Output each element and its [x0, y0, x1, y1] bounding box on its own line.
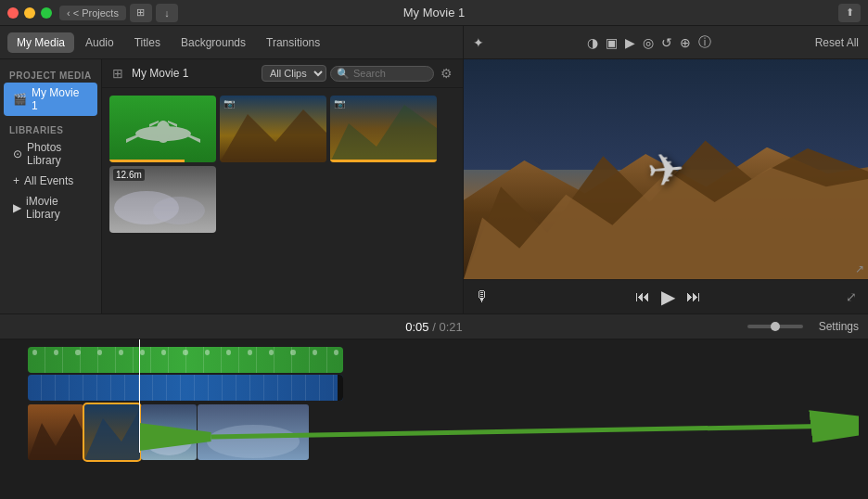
reset-all-button[interactable]: Reset All	[815, 36, 859, 49]
clip-airplane[interactable]	[109, 96, 216, 162]
search-input[interactable]	[353, 68, 428, 79]
tab-backgrounds[interactable]: Backgrounds	[172, 32, 255, 53]
video-track-pattern	[28, 375, 343, 401]
back-label: < Projects	[73, 7, 119, 19]
clip-mountain1[interactable]: 📷	[220, 96, 326, 162]
tab-transitions[interactable]: Transitions	[257, 32, 329, 53]
photos-icon: ⊙	[13, 147, 22, 160]
clip-mountain2[interactable]: 📷	[330, 96, 437, 162]
timeline-clip-cloud1[interactable]	[141, 404, 197, 460]
color-icon[interactable]: ◑	[587, 35, 598, 50]
toolbar-icons: ◑ ▣ ▶ ◎ ↺ ⊕ ⓘ	[587, 34, 711, 51]
preview-controls: 🎙 ⏮ ▶ ⏭ ⤢	[464, 279, 868, 313]
clip-filter: All Clips 🔍 ⚙	[262, 65, 455, 82]
go-to-start-button[interactable]: ⏮	[635, 288, 650, 305]
sidebar-item-my-movie[interactable]: 🎬 My Movie 1	[4, 83, 97, 116]
go-to-end-button[interactable]: ⏭	[686, 288, 701, 305]
media-browser-title: My Movie 1	[132, 67, 188, 80]
sidebar-item-photos-library[interactable]: ⊙ Photos Library	[4, 137, 97, 171]
search-box[interactable]: 🔍	[330, 66, 434, 82]
toolbar: My Media Audio Titles Backgrounds Transi…	[0, 26, 868, 59]
filmstrip-icon-button[interactable]: ⊞	[130, 4, 152, 22]
timecode-current: 0:05	[405, 320, 428, 334]
search-icon: 🔍	[337, 68, 350, 80]
microphone-button[interactable]: 🎙	[475, 288, 490, 305]
tab-titles[interactable]: Titles	[125, 32, 170, 53]
title-text: My Movie 1	[403, 6, 465, 19]
audio-track-dots	[28, 350, 343, 355]
media-header: ⊞ My Movie 1 All Clips 🔍 ⚙	[102, 59, 463, 88]
speed-icon[interactable]: ↺	[661, 35, 672, 50]
playhead	[139, 339, 140, 453]
sidebar-events-label: All Events	[24, 174, 73, 187]
playback-controls: ⏮ ▶ ⏭	[635, 286, 701, 308]
back-button[interactable]: ‹ < Projects	[59, 6, 126, 20]
clip-filter-select[interactable]: All Clips	[262, 65, 326, 82]
fullscreen-preview-button[interactable]: ⤢	[846, 289, 857, 304]
svg-marker-6	[220, 109, 326, 162]
sidebar-item-all-events[interactable]: + All Events	[4, 171, 97, 191]
tab-audio[interactable]: Audio	[76, 32, 123, 53]
grid-toggle-button[interactable]: ⊞	[109, 66, 126, 81]
timecode-display: 0:05 / 0:21	[405, 320, 462, 334]
play-button[interactable]: ▶	[661, 286, 675, 308]
svg-marker-13	[84, 409, 140, 460]
svg-point-1	[156, 121, 171, 143]
toolbar-tabs: My Media Audio Titles Backgrounds Transi…	[0, 26, 464, 58]
fullscreen-button[interactable]	[41, 7, 52, 19]
media-grid: 📷 📷 12.6m	[102, 88, 463, 313]
library-icon: ▶	[13, 201, 21, 214]
sidebar-project-name: My Movie 1	[32, 86, 88, 112]
video-icon[interactable]: ▶	[625, 35, 635, 50]
preview-video: ✈ ↗	[464, 59, 868, 279]
clip-cloud[interactable]: 12.6m	[109, 166, 216, 233]
preview-pane: ✈ ↗ 🎙 ⏮ ▶ ⏭ ⤢	[464, 59, 868, 313]
project-media-label: PROJECT MEDIA	[0, 67, 101, 83]
audio-adj-icon[interactable]: ◎	[643, 35, 654, 50]
sidebar-library-label: iMovie Library	[26, 195, 88, 221]
timeline	[0, 339, 868, 499]
tab-my-media[interactable]: My Media	[7, 32, 74, 53]
settings-button[interactable]: Settings	[819, 320, 859, 333]
toolbar-right: ✦ ◑ ▣ ▶ ◎ ↺ ⊕ ⓘ Reset All	[464, 34, 868, 51]
import-button[interactable]: ↓	[156, 4, 178, 22]
settings-icon-button[interactable]: ⚙	[438, 66, 455, 81]
timeline-clip-extended[interactable]	[198, 404, 309, 460]
timecode-bar: 0:05 / 0:21 Settings	[0, 313, 868, 339]
media-browser: ⊞ My Movie 1 All Clips 🔍 ⚙	[102, 59, 464, 313]
info-icon[interactable]: ⓘ	[698, 34, 711, 51]
timecode-total: 0:21	[439, 320, 462, 334]
svg-point-9	[153, 197, 205, 224]
svg-point-15	[207, 425, 300, 458]
stabilize-icon[interactable]: ⊕	[680, 35, 691, 50]
clip-orange-bar	[330, 160, 437, 162]
svg-point-14	[146, 428, 192, 455]
magic-wand-icon[interactable]: ✦	[473, 35, 484, 50]
minimize-button[interactable]	[24, 7, 35, 19]
video-track[interactable]	[28, 375, 343, 401]
sidebar-item-imovie-library[interactable]: ▶ iMovie Library	[4, 191, 97, 224]
timeline-clip-mountain1[interactable]	[28, 404, 83, 460]
close-button[interactable]	[7, 7, 19, 19]
timeline-clip-mountain2[interactable]	[84, 404, 140, 460]
main-area: PROJECT MEDIA 🎬 My Movie 1 LIBRARIES ⊙ P…	[0, 59, 868, 313]
timeline-content	[28, 347, 840, 460]
volume-thumb	[771, 322, 780, 331]
crop-icon[interactable]: ▣	[606, 35, 618, 50]
audio-track[interactable]	[28, 347, 343, 373]
svg-marker-12	[28, 414, 83, 460]
clip-progress-bar	[109, 160, 185, 162]
sidebar: PROJECT MEDIA 🎬 My Movie 1 LIBRARIES ⊙ P…	[0, 59, 102, 313]
volume-slider[interactable]	[747, 325, 803, 328]
titlebar-nav: ‹ < Projects ⊞ ↓	[59, 4, 178, 22]
traffic-lights	[7, 7, 52, 19]
titlebar: ‹ < Projects ⊞ ↓ My Movie 1 ⬆	[0, 0, 868, 26]
libraries-label: LIBRARIES	[0, 122, 101, 137]
film-icon: 🎬	[13, 93, 27, 106]
lower-clips-row	[28, 404, 840, 460]
events-icon: +	[13, 174, 19, 187]
resize-handle[interactable]: ↗	[855, 262, 864, 275]
share-button[interactable]: ⬆	[838, 4, 861, 22]
chevron-left-icon: ‹	[67, 7, 70, 19]
window-title: My Movie 1	[403, 6, 465, 19]
